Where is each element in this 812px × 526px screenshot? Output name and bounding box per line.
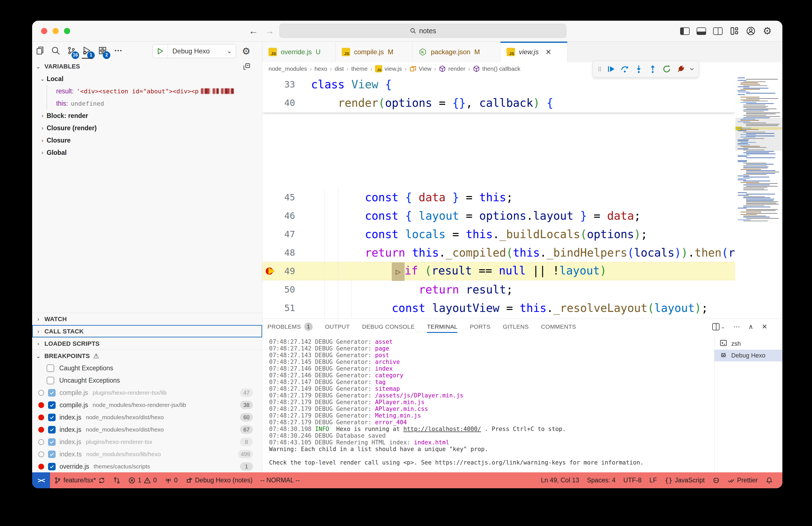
chevron-down-icon[interactable]	[688, 63, 695, 75]
debug-step-out-icon[interactable]	[647, 63, 659, 75]
variable-row[interactable]: result:'<div><section id="about"><div><p	[32, 85, 286, 97]
indentation-status[interactable]: Spaces: 4	[583, 472, 619, 488]
checkbox-checked-icon[interactable]	[48, 438, 56, 446]
maximize-panel-icon[interactable]: ∧	[748, 323, 753, 331]
current-line-breakpoint-icon[interactable]	[265, 266, 276, 277]
variable-row[interactable]: this:undefined	[32, 97, 286, 110]
activity-item-source-control[interactable]: 16	[63, 43, 79, 59]
tab-package.json[interactable]: package.jsonM	[412, 42, 501, 62]
editor-gutter[interactable]: 47	[262, 225, 311, 243]
tab-compile.js[interactable]: JScompile.jsM	[336, 42, 412, 62]
code-line-51[interactable]: 51 const layoutView = this._resolveLayou…	[262, 299, 735, 317]
breadcrumb-item[interactable]: JSview.js	[375, 65, 402, 72]
terminal-output[interactable]: 07:48:27.142 DEBUG Generator: asset07:48…	[262, 335, 714, 472]
editor-gutter[interactable]: 49	[262, 262, 311, 280]
toggle-sidebar-icon[interactable]	[680, 27, 690, 35]
checkbox-checked-icon[interactable]	[48, 389, 56, 397]
breadcrumb-item[interactable]: dist	[335, 66, 344, 72]
exception-option[interactable]: Caught Exceptions	[47, 362, 242, 374]
breakpoint-row[interactable]: index.tsnode_modules/hexo/lib/hexo499	[38, 448, 256, 460]
checkbox-icon[interactable]	[47, 365, 54, 372]
checkbox-checked-icon[interactable]	[48, 426, 56, 433]
checkbox-checked-icon[interactable]	[48, 463, 56, 470]
code-line-text[interactable]: return this._compiled(this._bindHelpers(…	[311, 243, 735, 262]
sticky-line-40[interactable]: 40 render(options = {}, callback) {	[262, 94, 735, 112]
code-line-text[interactable]: const { layout = options.layout } = data…	[311, 207, 735, 225]
start-debug-icon[interactable]	[153, 44, 168, 58]
variables-scope-row[interactable]: ›Block: render	[32, 110, 268, 122]
code-line-text[interactable]: ▷if (result == null || !layout)	[311, 261, 735, 281]
panel-tab-output[interactable]: OUTPUT	[325, 319, 350, 335]
panel-tab-terminal[interactable]: TERMINAL	[427, 319, 458, 335]
debug-disconnect-icon[interactable]	[675, 63, 687, 75]
close-tab-icon[interactable]: ✕	[546, 48, 552, 56]
editor-gutter[interactable]: 48	[262, 243, 311, 262]
checkbox-checked-icon[interactable]	[48, 401, 56, 409]
terminal-list-item-zsh[interactable]: zsh	[714, 338, 782, 350]
panel-tab-debug-console[interactable]: DEBUG CONSOLE	[362, 319, 415, 335]
git-branch-status[interactable]: feature/tsx*	[50, 472, 109, 488]
more-actions-icon[interactable]: ⋯	[733, 323, 740, 331]
editor-gutter[interactable]: 46	[262, 207, 311, 225]
debug-step-into-icon[interactable]	[633, 63, 645, 75]
code-line-46[interactable]: 46 const { layout = options.layout } = d…	[262, 207, 735, 225]
code-line-48[interactable]: 48 return this._compiled(this._bindHelpe…	[262, 243, 735, 262]
debug-continue-icon[interactable]	[605, 63, 617, 75]
breakpoint-row[interactable]: index.jsnode_modules/hexo/dist/hexo67	[38, 423, 256, 436]
code-line-text[interactable]: const { data } = this;	[311, 188, 735, 207]
breakpoint-row[interactable]: compile.jsnode_modules/hexo-renderer-jsx…	[38, 399, 256, 411]
code-line-50[interactable]: 50 return result;	[262, 280, 735, 299]
copilot-status[interactable]	[709, 472, 724, 488]
section-loaded-scripts[interactable]: ›LOADED SCRIPTS	[32, 337, 262, 350]
checkbox-checked-icon[interactable]	[48, 414, 56, 421]
customize-layout-icon[interactable]	[729, 27, 739, 35]
section-watch[interactable]: ›WATCH	[32, 313, 262, 325]
tab-override.js[interactable]: JSoverride.jsU	[262, 42, 336, 62]
encoding-status[interactable]: UTF-8	[620, 472, 646, 488]
toggle-panel-icon[interactable]	[696, 27, 706, 35]
inline-breakpoint-glyph[interactable]: ▷	[392, 262, 405, 281]
debug-launch-config[interactable]: Debug Hexo ⌄	[152, 44, 236, 58]
notifications-status[interactable]	[762, 472, 777, 488]
breadcrumb-item[interactable]: hexo	[314, 66, 327, 72]
minimize-window-button[interactable]	[53, 28, 59, 34]
remote-indicator[interactable]: ><	[32, 472, 50, 488]
split-terminal-icon[interactable]: ⌄	[712, 323, 725, 330]
panel-tab-ports[interactable]: PORTS	[470, 319, 490, 335]
breadcrumb-item[interactable]: View	[409, 65, 432, 72]
variables-scope-row[interactable]: ›Closure	[32, 134, 268, 146]
gripper-icon[interactable]	[596, 63, 603, 75]
code-line-text[interactable]: class View {	[311, 75, 735, 94]
sticky-line-33[interactable]: 33class View {	[262, 75, 735, 94]
debug-step-over-icon[interactable]	[619, 63, 631, 75]
vim-mode-status[interactable]: -- NORMAL --	[257, 472, 304, 488]
terminal-list-item-debug-hexo[interactable]: Debug Hexo	[714, 350, 782, 361]
breakpoint-row[interactable]: override.jsthemes/cactus/scripts1	[38, 460, 256, 473]
breadcrumb-item[interactable]: node_modules	[269, 66, 307, 72]
panel-tab-gitlens[interactable]: GITLENS	[503, 319, 529, 335]
code-line-49[interactable]: 49 ▷if (result == null || !layout)	[262, 262, 735, 280]
formatter-status[interactable]: Prettier	[724, 472, 762, 488]
collapse-all-icon[interactable]	[243, 62, 251, 72]
git-compare-status[interactable]	[109, 472, 124, 488]
editor-gutter[interactable]: 50	[262, 280, 311, 299]
language-status[interactable]: {}JavaScript	[661, 472, 709, 488]
code-editor[interactable]: 45 const { data } = this;46 const { layo…	[262, 75, 782, 318]
eol-status[interactable]: LF	[646, 472, 661, 488]
minimap[interactable]	[736, 75, 782, 318]
command-center-search[interactable]: notes	[279, 24, 566, 38]
code-line-47[interactable]: 47 const locals = this._buildLocals(opti…	[262, 225, 735, 243]
code-line-text[interactable]: return result;	[311, 280, 735, 299]
editor-gutter[interactable]: 45	[262, 188, 311, 207]
close-window-button[interactable]	[41, 28, 47, 34]
checkbox-checked-icon[interactable]	[48, 451, 56, 458]
breadcrumb-item[interactable]: then() callback	[473, 65, 521, 72]
account-icon[interactable]	[746, 27, 756, 35]
breakpoint-row[interactable]: index.jsplugins/hexo-renderer-tsx8	[38, 436, 256, 448]
activity-item-more[interactable]	[111, 43, 126, 59]
zoom-window-button[interactable]	[64, 28, 70, 34]
panel-tab-comments[interactable]: COMMENTS	[541, 319, 576, 335]
navigate-back-button[interactable]: ←	[247, 25, 260, 37]
problems-status[interactable]: 1 0	[124, 472, 161, 488]
editor-gutter[interactable]: 51	[262, 299, 311, 317]
